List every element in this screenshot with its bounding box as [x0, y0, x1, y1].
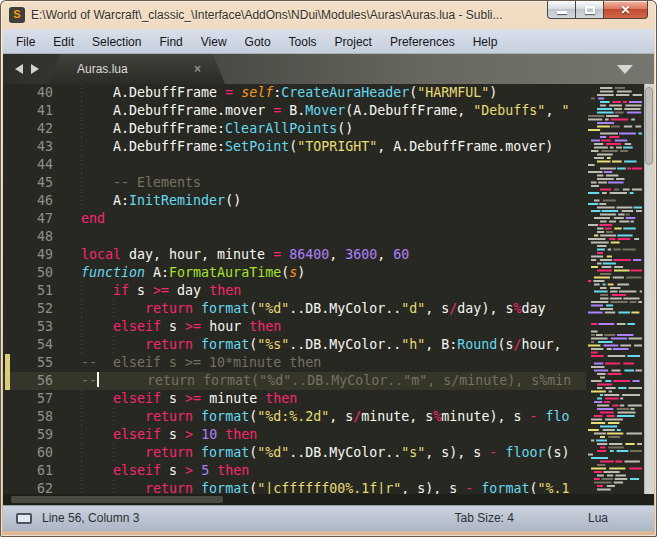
line-number: 48	[3, 228, 53, 246]
code-line-40[interactable]: 40 A.DebuffFrame = self:CreateAuraHeader…	[3, 84, 586, 102]
line-number: 59	[3, 426, 53, 444]
menu-item-preferences[interactable]: Preferences	[381, 35, 464, 49]
tab-size-status[interactable]: Tab Size: 4	[455, 511, 514, 525]
code-line-44[interactable]: 44	[3, 156, 586, 174]
line-number: 45	[3, 174, 53, 192]
line-number: 47	[3, 210, 53, 228]
horizontal-scrollbar-thumb[interactable]	[11, 496, 223, 503]
line-number: 41	[3, 102, 53, 120]
menu-item-tools[interactable]: Tools	[280, 35, 326, 49]
modified-line-marker	[5, 372, 10, 390]
code-line-46[interactable]: 46 A:InitReminder()	[3, 192, 586, 210]
code-lines[interactable]: 40 A.DebuffFrame = self:CreateAuraHeader…	[3, 84, 586, 494]
code-text	[53, 156, 586, 174]
line-number: 55	[3, 354, 53, 372]
minimize-icon	[557, 11, 567, 14]
menu-item-selection[interactable]: Selection	[83, 35, 150, 49]
modified-line-marker	[5, 354, 10, 372]
close-button[interactable]: ✕	[603, 1, 648, 19]
code-line-47[interactable]: 47end	[3, 210, 586, 228]
code-line-43[interactable]: 43 A.DebuffFrame:SetPoint("TOPRIGHT", A.…	[3, 138, 586, 156]
code-text: -- Elements	[53, 174, 586, 192]
code-text: A.DebuffFrame.mover = B.Mover(A.DebuffFr…	[53, 102, 586, 120]
code-line-58[interactable]: 58 return format("%d:%.2d", s/minute, s%…	[3, 408, 586, 426]
code-line-55[interactable]: 55-- elseif s >= 10*minute then	[3, 354, 586, 372]
code-text: elseif s >= hour then	[53, 318, 586, 336]
code-text: A:InitReminder()	[53, 192, 586, 210]
code-line-45[interactable]: 45 -- Elements	[3, 174, 586, 192]
line-number: 60	[3, 444, 53, 462]
code-line-48[interactable]: 48	[3, 228, 586, 246]
status-panel-icon[interactable]	[16, 513, 32, 524]
maximize-button[interactable]	[576, 1, 603, 19]
next-tab-arrow-icon[interactable]	[31, 64, 39, 74]
line-number: 50	[3, 264, 53, 282]
menu-item-project[interactable]: Project	[326, 35, 381, 49]
tab-auras-lua[interactable]: Auras.lua ×	[49, 54, 225, 84]
line-number: 43	[3, 138, 53, 156]
code-line-54[interactable]: 54 return format("%s"..DB.MyColor.."h", …	[3, 336, 586, 354]
code-line-56[interactable]: 56-- return format("%d"..DB.MyColor.."m"…	[3, 372, 586, 390]
code-line-41[interactable]: 41 A.DebuffFrame.mover = B.Mover(A.Debuf…	[3, 102, 586, 120]
tab-list-dropdown-icon[interactable]	[617, 65, 633, 74]
line-number: 57	[3, 390, 53, 408]
close-icon: ✕	[620, 3, 630, 17]
prev-tab-arrow-icon[interactable]	[15, 64, 23, 74]
minimap[interactable]	[586, 84, 644, 494]
line-number: 53	[3, 318, 53, 336]
code-text: elseif s > 5 then	[53, 462, 586, 480]
tab-close-icon[interactable]: ×	[194, 62, 201, 76]
tab-label: Auras.lua	[77, 62, 128, 76]
code-line-50[interactable]: 50function A:FormatAuraTime(s)	[3, 264, 586, 282]
cursor-position-status: Line 56, Column 3	[42, 511, 139, 525]
code-text: A.DebuffFrame = self:CreateAuraHeader("H…	[53, 84, 586, 102]
menu-item-view[interactable]: View	[192, 35, 236, 49]
menu-item-find[interactable]: Find	[150, 35, 191, 49]
maximize-icon	[585, 6, 595, 14]
sublime-app-icon: S	[9, 7, 25, 23]
code-line-61[interactable]: 61 elseif s > 5 then	[3, 462, 586, 480]
line-number: 49	[3, 246, 53, 264]
menu-item-file[interactable]: File	[7, 35, 44, 49]
code-text: if s >= day then	[53, 282, 586, 300]
menu-item-edit[interactable]: Edit	[44, 35, 83, 49]
syntax-status[interactable]: Lua	[588, 511, 608, 525]
code-text: A.DebuffFrame:SetPoint("TOPRIGHT", A.Deb…	[53, 138, 586, 156]
code-line-51[interactable]: 51 if s >= day then	[3, 282, 586, 300]
line-number: 46	[3, 192, 53, 210]
code-text: end	[53, 210, 586, 228]
sublime-window: S E:\World of Warcraft\_classic_\Interfa…	[0, 0, 657, 537]
editor-area: 40 A.DebuffFrame = self:CreateAuraHeader…	[3, 84, 654, 494]
vertical-scrollbar-thumb[interactable]	[645, 87, 653, 165]
code-line-57[interactable]: 57 elseif s >= minute then	[3, 390, 586, 408]
code-line-59[interactable]: 59 elseif s > 10 then	[3, 426, 586, 444]
code-text: return format("%d:%.2d", s/minute, s%min…	[53, 408, 586, 426]
code-line-53[interactable]: 53 elseif s >= hour then	[3, 318, 586, 336]
menu-item-help[interactable]: Help	[464, 35, 507, 49]
minimize-button[interactable]	[547, 1, 576, 19]
code-line-62[interactable]: 62 return format("|cffffff00%.1f|r", s),…	[3, 480, 586, 494]
code-text: -- return format("%d"..DB.MyColor.."m", …	[53, 372, 586, 390]
line-number: 61	[3, 462, 53, 480]
line-number: 54	[3, 336, 53, 354]
vertical-scrollbar[interactable]	[644, 84, 654, 494]
menu-bar: FileEditSelectionFindViewGotoToolsProjec…	[3, 29, 654, 54]
code-line-52[interactable]: 52 return format("%d"..DB.MyColor.."d", …	[3, 300, 586, 318]
code-text: return format("%d"..DB.MyColor.."d", s/d…	[53, 300, 586, 318]
code-text: function A:FormatAuraTime(s)	[53, 264, 586, 282]
code-text	[53, 228, 586, 246]
code-text: local day, hour, minute = 86400, 3600, 6…	[53, 246, 586, 264]
title-bar[interactable]: S E:\World of Warcraft\_classic_\Interfa…	[0, 0, 657, 29]
horizontal-scrollbar[interactable]	[3, 494, 654, 505]
menu-item-goto[interactable]: Goto	[236, 35, 280, 49]
line-number: 42	[3, 120, 53, 138]
line-number: 40	[3, 84, 53, 102]
code-text: return format("%s"..DB.MyColor.."h", B:R…	[53, 336, 586, 354]
window-controls: ✕	[547, 1, 648, 19]
code-text: return format("|cffffff00%.1f|r", s), s …	[53, 480, 586, 494]
code-line-60[interactable]: 60 return format("%d"..DB.MyColor.."s", …	[3, 444, 586, 462]
code-text: -- elseif s >= 10*minute then	[53, 354, 586, 372]
code-line-49[interactable]: 49local day, hour, minute = 86400, 3600,…	[3, 246, 586, 264]
code-line-42[interactable]: 42 A.DebuffFrame:ClearAllPoints()	[3, 120, 586, 138]
line-number: 56	[3, 372, 53, 390]
